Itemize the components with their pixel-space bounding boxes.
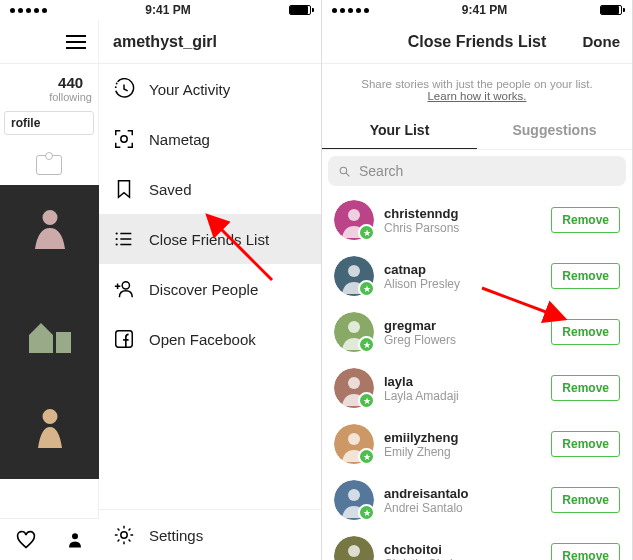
close-friend-star-icon: ★ <box>358 336 375 353</box>
tab-suggestions[interactable]: Suggestions <box>477 112 632 149</box>
avatar-wrap[interactable]: ★ <box>334 536 374 560</box>
nametag-scan-icon <box>113 128 135 150</box>
avatar-wrap[interactable]: ★ <box>334 480 374 520</box>
close-friend-star-icon: ★ <box>358 392 375 409</box>
tab-your-list[interactable]: Your List <box>322 112 477 149</box>
friend-username: layla <box>384 374 541 389</box>
list-icon <box>113 228 135 250</box>
friends-list: ★ christenndg Chris Parsons Remove ★ cat… <box>322 192 632 560</box>
friend-row: ★ chchoitoi Christie Choi Remove <box>322 528 632 560</box>
search-placeholder: Search <box>359 163 403 179</box>
friend-text: layla Layla Amadaji <box>384 374 541 403</box>
friend-row: ★ catnap Alison Presley Remove <box>322 248 632 304</box>
friend-row: ★ layla Layla Amadaji Remove <box>322 360 632 416</box>
svg-point-4 <box>116 232 118 234</box>
remove-button[interactable]: Remove <box>551 263 620 289</box>
friend-text: emiilyzheng Emily Zheng <box>384 430 541 459</box>
facebook-icon <box>113 328 135 350</box>
friend-row: ★ gregmar Greg Flowers Remove <box>322 304 632 360</box>
screen-title: Close Friends List <box>408 33 547 51</box>
description-text: Share stories with just the people on yo… <box>322 64 632 112</box>
menu-your-activity[interactable]: Your Activity <box>99 64 321 114</box>
menu-settings[interactable]: Settings <box>99 509 321 560</box>
friend-username: chchoitoi <box>384 542 541 557</box>
avatar-wrap[interactable]: ★ <box>334 200 374 240</box>
avatar-wrap[interactable]: ★ <box>334 312 374 352</box>
friend-text: chchoitoi Christie Choi <box>384 542 541 561</box>
remove-button[interactable]: Remove <box>551 207 620 233</box>
hamburger-icon[interactable] <box>66 35 86 49</box>
menu-label: Settings <box>149 527 203 544</box>
remove-button[interactable]: Remove <box>551 543 620 560</box>
friend-fullname: Andrei Santalo <box>384 501 541 515</box>
close-friends-screen: 9:41 PM Close Friends List Done Share st… <box>322 0 633 560</box>
svg-point-1 <box>116 83 118 85</box>
svg-point-3 <box>121 136 127 142</box>
friend-fullname: Alison Presley <box>384 277 541 291</box>
svg-point-11 <box>340 167 347 174</box>
profile-person-icon[interactable] <box>66 530 84 550</box>
menu-discover[interactable]: Discover People <box>99 264 321 314</box>
menu-label: Saved <box>149 181 192 198</box>
friend-text: gregmar Greg Flowers <box>384 318 541 347</box>
status-time: 9:41 PM <box>462 3 507 17</box>
friend-username: gregmar <box>384 318 541 333</box>
svg-point-20 <box>348 377 360 389</box>
friend-row: ★ andreisantalo Andrei Santalo Remove <box>322 472 632 528</box>
tabs: Your List Suggestions <box>322 112 632 150</box>
remove-button[interactable]: Remove <box>551 375 620 401</box>
friend-fullname: Christie Choi <box>384 557 541 561</box>
status-bar: 9:41 PM <box>0 0 321 20</box>
grid-photo[interactable] <box>0 283 99 381</box>
status-bar: 9:41 PM <box>322 0 632 20</box>
menu-saved[interactable]: Saved <box>99 164 321 214</box>
bottom-nav <box>0 518 99 560</box>
screen-header: Close Friends List Done <box>322 20 632 64</box>
svg-point-18 <box>348 321 360 333</box>
friend-fullname: Greg Flowers <box>384 333 541 347</box>
profile-menu-screen: 9:41 PM 440 following rofile <box>0 0 322 560</box>
avatar-wrap[interactable]: ★ <box>334 424 374 464</box>
bookmark-icon <box>113 178 135 200</box>
friend-text: christenndg Chris Parsons <box>384 206 541 235</box>
signal-dots-icon <box>332 8 369 13</box>
following-stat[interactable]: 440 following <box>49 74 92 103</box>
menu-facebook[interactable]: Open Facebook <box>99 314 321 364</box>
svg-point-24 <box>348 489 360 501</box>
svg-point-16 <box>348 265 360 277</box>
grid-photo[interactable] <box>0 185 99 283</box>
menu-close-friends[interactable]: Close Friends List <box>99 214 321 264</box>
battery-icon <box>600 5 622 15</box>
done-button[interactable]: Done <box>583 33 621 50</box>
learn-link[interactable]: Learn how it works. <box>427 90 526 102</box>
svg-point-2 <box>115 86 117 88</box>
profile-sliver: 440 following rofile <box>0 20 99 560</box>
gear-icon <box>113 524 135 546</box>
stats-row: 440 following <box>0 64 98 111</box>
friend-fullname: Layla Amadaji <box>384 389 541 403</box>
friend-fullname: Chris Parsons <box>384 221 541 235</box>
edit-profile-button[interactable]: rofile <box>4 111 94 135</box>
friend-row: ★ emiilyzheng Emily Zheng Remove <box>322 416 632 472</box>
side-menu: amethyst_girl Your Activity Nametag Save… <box>99 20 321 560</box>
clock-history-icon <box>113 78 135 100</box>
search-input[interactable]: Search <box>328 156 626 186</box>
activity-heart-icon[interactable] <box>15 530 37 550</box>
svg-point-14 <box>348 209 360 221</box>
avatar-wrap[interactable]: ★ <box>334 368 374 408</box>
friend-fullname: Emily Zheng <box>384 445 541 459</box>
grid-photo[interactable] <box>0 381 99 479</box>
tagged-posts-icon[interactable] <box>36 155 62 175</box>
menu-nametag[interactable]: Nametag <box>99 114 321 164</box>
close-friend-star-icon: ★ <box>358 224 375 241</box>
friend-username: christenndg <box>384 206 541 221</box>
svg-point-6 <box>116 243 118 245</box>
remove-button[interactable]: Remove <box>551 319 620 345</box>
friend-row: ★ christenndg Chris Parsons Remove <box>322 192 632 248</box>
remove-button[interactable]: Remove <box>551 431 620 457</box>
friend-username: emiilyzheng <box>384 430 541 445</box>
add-person-icon <box>113 278 135 300</box>
avatar-wrap[interactable]: ★ <box>334 256 374 296</box>
menu-label: Close Friends List <box>149 231 269 248</box>
remove-button[interactable]: Remove <box>551 487 620 513</box>
